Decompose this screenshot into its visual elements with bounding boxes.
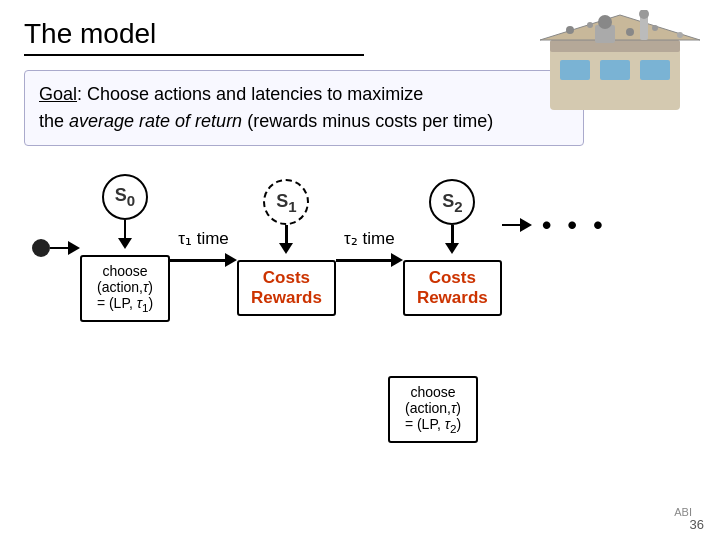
- goal-box: Goal: Choose actions and latencies to ma…: [24, 70, 584, 146]
- goal-text1: : Choose actions and latencies to maximi…: [77, 84, 423, 104]
- tau1-arrow-line: [170, 253, 237, 267]
- svg-point-7: [598, 15, 612, 29]
- factory-image: [540, 10, 700, 120]
- tau2-label: τ₂ time: [344, 228, 395, 249]
- start-dot: [32, 239, 50, 257]
- s1-cr-box: CostsRewards: [237, 260, 336, 316]
- svg-rect-4: [600, 60, 630, 80]
- tau2-arrow-block: τ₂ time: [336, 228, 403, 267]
- arrow-start-s0: [50, 241, 80, 255]
- s1-down-arrow: [279, 225, 293, 254]
- tau1-label: τ₁ time: [178, 228, 229, 249]
- tau1-arrow-block: τ₁ time: [170, 228, 237, 267]
- slide-title: The model: [24, 18, 364, 56]
- svg-point-11: [587, 22, 593, 28]
- s0-circle: S0: [102, 174, 148, 220]
- svg-point-12: [626, 28, 634, 36]
- s0-down-arrow: [118, 220, 132, 249]
- ellipsis: • • •: [542, 211, 607, 239]
- svg-rect-5: [640, 60, 670, 80]
- s0-node-group: S0 choose (action,τ) = (LP, τ1): [80, 174, 170, 322]
- svg-rect-3: [560, 60, 590, 80]
- s2-action-box: choose (action,τ) = (LP, τ2): [388, 376, 478, 443]
- svg-point-14: [677, 32, 683, 38]
- goal-text2-after: (rewards minus costs per time): [242, 111, 493, 131]
- s2-node-group: S2 CostsRewards: [403, 179, 502, 316]
- s2-down-arrow: [445, 225, 459, 254]
- svg-rect-1: [550, 40, 680, 52]
- s2-cr-box: CostsRewards: [403, 260, 502, 316]
- svg-point-10: [566, 26, 574, 34]
- s1-label: S1: [276, 191, 296, 215]
- goal-label: Goal: [39, 84, 77, 104]
- slide-number: 36: [690, 517, 704, 532]
- abi-label: ABI: [674, 506, 692, 518]
- s2-action-box-container: choose (action,τ) = (LP, τ2): [388, 370, 478, 443]
- s0-action-box: choose (action,τ) = (LP, τ1): [80, 255, 170, 322]
- goal-text2-italic: average rate of return: [69, 111, 242, 131]
- goal-text2-before: the: [39, 111, 69, 131]
- s2-label: S2: [442, 191, 462, 215]
- s0-label: S0: [115, 185, 135, 209]
- s1-circle: S1: [263, 179, 309, 225]
- diagram: S0 choose (action,τ) = (LP, τ1) τ₁ time: [24, 174, 696, 322]
- svg-point-13: [652, 25, 658, 31]
- s2-circle: S2: [429, 179, 475, 225]
- s1-node-group: S1 CostsRewards: [237, 179, 336, 316]
- tau2-arrow-line: [336, 253, 403, 267]
- arrow-s2-cont: [502, 218, 532, 232]
- svg-marker-2: [540, 15, 700, 40]
